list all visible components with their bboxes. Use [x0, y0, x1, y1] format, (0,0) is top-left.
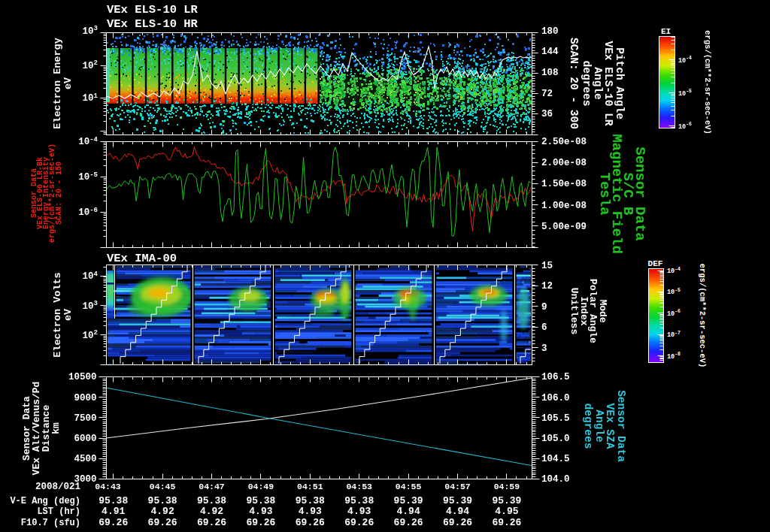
svg-text:V-E Ang (deg): V-E Ang (deg)	[10, 496, 80, 506]
svg-text:144: 144	[541, 47, 559, 57]
svg-text:36: 36	[541, 109, 553, 119]
svg-text:4.93: 4.93	[299, 506, 322, 517]
svg-text:LST (hr): LST (hr)	[37, 506, 80, 517]
svg-text:108: 108	[541, 68, 559, 78]
svg-text:4.93: 4.93	[347, 506, 371, 517]
svg-text:15: 15	[541, 261, 553, 271]
svg-text:EI: EI	[661, 27, 671, 36]
svg-text:04:59: 04:59	[494, 482, 520, 491]
svg-text:180: 180	[541, 26, 559, 37]
svg-text:106.0: 106.0	[541, 393, 570, 404]
svg-text:69.26: 69.26	[197, 517, 226, 528]
svg-text:6: 6	[541, 322, 547, 333]
svg-text:105.5: 105.5	[541, 413, 570, 424]
svg-text:04:43: 04:43	[95, 482, 121, 491]
svg-text:4.94: 4.94	[446, 506, 469, 517]
svg-text:DEF: DEF	[648, 259, 663, 268]
svg-text:3: 3	[541, 343, 547, 354]
svg-text:F10.7 (sfu): F10.7 (sfu)	[21, 518, 80, 528]
svg-text:95.39: 95.39	[443, 495, 472, 506]
svg-text:1.50e-08: 1.50e-08	[541, 179, 587, 189]
svg-text:4.94: 4.94	[396, 506, 420, 517]
svg-text:10500: 10500	[68, 372, 97, 382]
svg-text:ergs/(cm**2-sr-sec-eV): ergs/(cm**2-sr-sec-eV)	[698, 264, 707, 368]
svg-text:04:51: 04:51	[297, 482, 323, 491]
svg-text:69.26: 69.26	[443, 517, 472, 528]
svg-text:4.92: 4.92	[150, 506, 174, 517]
svg-text:69.26: 69.26	[296, 517, 325, 528]
svg-text:104.0: 104.0	[541, 474, 570, 485]
svg-text:9000: 9000	[74, 393, 96, 404]
svg-text:95.38: 95.38	[99, 495, 128, 506]
svg-text:4500: 4500	[74, 454, 96, 464]
svg-text:105.0: 105.0	[541, 434, 570, 444]
svg-text:95.38: 95.38	[197, 495, 226, 506]
svg-text:04:57: 04:57	[444, 482, 471, 491]
svg-text:4.92: 4.92	[200, 506, 223, 517]
svg-text:72: 72	[541, 89, 553, 99]
svg-text:ergs/(cm**2-sr-sec-eV): ergs/(cm**2-sr-sec-eV)	[703, 30, 712, 135]
svg-text:2.50e-08: 2.50e-08	[541, 137, 587, 147]
svg-text:04:45: 04:45	[150, 482, 176, 491]
svg-text:4.93: 4.93	[249, 506, 272, 517]
svg-text:5.00e-09: 5.00e-09	[541, 222, 587, 232]
svg-text:69.26: 69.26	[148, 517, 177, 528]
svg-text:69.26: 69.26	[246, 517, 275, 528]
svg-text:69.26: 69.26	[394, 517, 423, 528]
svg-text:12: 12	[541, 281, 553, 292]
svg-text:69.26: 69.26	[99, 517, 128, 528]
svg-text:95.38: 95.38	[296, 495, 325, 506]
svg-text:95.38: 95.38	[148, 495, 177, 506]
svg-text:95.39: 95.39	[492, 495, 521, 506]
svg-text:VEx IMA-00: VEx IMA-00	[107, 252, 177, 265]
svg-text:2.00e-08: 2.00e-08	[541, 158, 587, 168]
svg-text:106.5: 106.5	[541, 372, 570, 382]
svg-text:4.95: 4.95	[495, 506, 518, 517]
svg-text:104.5: 104.5	[541, 454, 570, 464]
svg-text:04:53: 04:53	[346, 482, 372, 491]
svg-text:04:49: 04:49	[248, 482, 274, 491]
svg-text:VEx ELS-10 LR: VEx ELS-10 LR	[107, 3, 199, 17]
svg-text:VEx ELS-10 HR: VEx ELS-10 HR	[107, 17, 199, 31]
svg-text:4.91: 4.91	[102, 506, 125, 517]
svg-text:69.26: 69.26	[492, 517, 521, 528]
svg-text:95.38: 95.38	[246, 495, 275, 506]
svg-text:04:47: 04:47	[199, 482, 225, 491]
svg-text:SCAN: 20 - 300: SCAN: 20 - 300	[568, 38, 580, 129]
svg-text:1.00e-08: 1.00e-08	[541, 201, 587, 211]
svg-text:7500: 7500	[74, 413, 96, 424]
svg-text:69.26: 69.26	[344, 517, 374, 528]
svg-text:04:55: 04:55	[396, 482, 422, 491]
svg-text:2008/021: 2008/021	[35, 482, 80, 492]
svg-text:95.38: 95.38	[344, 495, 374, 506]
svg-text:6000: 6000	[74, 434, 96, 444]
svg-text:95.39: 95.39	[394, 495, 423, 506]
svg-text:9: 9	[541, 302, 547, 313]
